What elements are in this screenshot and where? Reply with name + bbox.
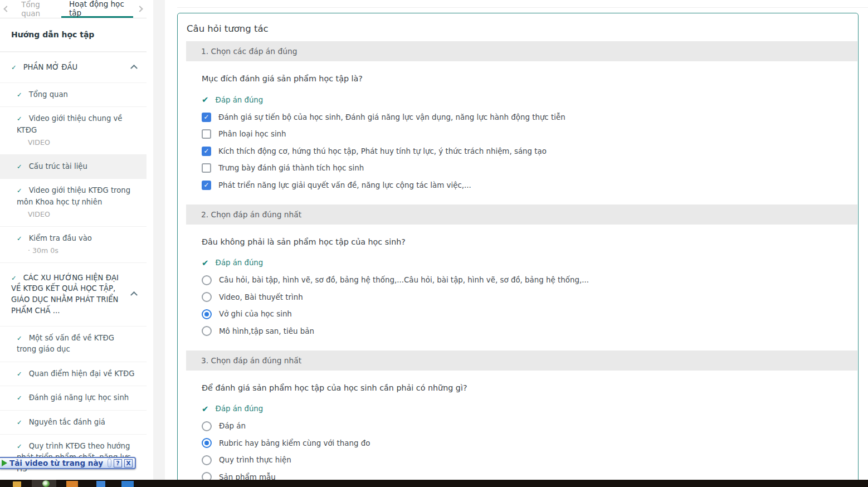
taskbar: [0, 480, 868, 487]
checkbox[interactable]: [202, 147, 211, 156]
correct-answer-row: Đáp án đúng: [202, 258, 836, 268]
correct-check-icon: [202, 404, 209, 414]
option-row: Phát triển năng lực giải quyết vấn đề, n…: [202, 177, 836, 194]
checkbox[interactable]: [202, 113, 211, 122]
collapse-chevron-icon[interactable]: [130, 65, 138, 72]
option-label: Phát triển năng lực giải quyết vấn đề, n…: [218, 181, 471, 189]
sidebar-item-mot-so-van-de[interactable]: Một số vấn đề về KTĐG trong giáo dục: [0, 326, 147, 362]
option-row: Trưng bày đánh giá thành tích học sinh: [202, 160, 836, 177]
option-row: Đáp án: [202, 418, 836, 435]
correct-answer-label: Đáp án đúng: [216, 259, 264, 267]
option-row: Phân loại học sinh: [202, 126, 836, 143]
radio-button[interactable]: [202, 438, 212, 448]
checkbox[interactable]: [202, 163, 211, 173]
tabs-next-button[interactable]: [133, 0, 147, 18]
sidebar-scrollbar[interactable]: [153, 0, 165, 480]
sidebar-item-quan-diem-hien-dai[interactable]: Quan điểm hiện đại về KTĐG: [0, 362, 147, 386]
check-icon: [17, 114, 22, 124]
taskbar-app-icon[interactable]: [96, 481, 105, 487]
item-label: Kiểm tra đầu vào: [29, 234, 92, 242]
item-label: Cấu trúc tài liệu: [29, 162, 87, 171]
popup-help-button[interactable]: ?: [114, 459, 122, 467]
question-1-header: 1. Chọn các đáp án đúng: [186, 41, 857, 61]
popup-close-button[interactable]: X: [124, 459, 133, 467]
checkbox[interactable]: [202, 181, 211, 190]
option-label: Đáp án: [219, 422, 246, 430]
download-video-button[interactable]: Tải video từ trang này: [9, 459, 105, 467]
tab-overview[interactable]: Tổng quan: [13, 0, 61, 18]
check-icon: [17, 90, 22, 100]
option-label: Trưng bày đánh giá thành tích học sinh: [218, 164, 364, 172]
check-icon: [17, 418, 22, 428]
panel-title: Câu hỏi tương tác: [187, 23, 858, 34]
checkbox[interactable]: [202, 129, 211, 139]
radio-button[interactable]: [202, 421, 212, 431]
download-video-popup: Tải video từ trang này ? X: [0, 457, 136, 469]
option-label: Đánh giá sự tiến bộ của học sinh, Đánh g…: [218, 113, 565, 121]
tab-activities[interactable]: Hoạt động học tập: [61, 0, 133, 18]
option-label: Quy trình thực hiện: [219, 456, 291, 464]
option-label: Video, Bài thuyết trình: [219, 293, 303, 301]
check-icon: [17, 442, 22, 452]
radio-button[interactable]: [202, 275, 212, 285]
question-3-options: Đáp án Rubric hay bảng kiểm cùng với tha…: [202, 418, 836, 486]
check-icon: [17, 393, 22, 403]
sidebar-item-kiem-tra-dau-vao[interactable]: Kiểm tra đầu vào · 30m 0s: [0, 226, 147, 262]
question-2-text: Đâu không phải là sản phẩm học tập của h…: [202, 237, 836, 246]
check-icon: [17, 369, 22, 379]
question-1-text: Mục đích đánh giá sản phẩm học tập là?: [202, 74, 836, 83]
content-divider: [177, 7, 868, 8]
sidebar-title: Hướng dẫn học tập: [0, 18, 147, 52]
question-2-header: 2. Chọn đáp án đúng nhất: [186, 204, 857, 225]
correct-check-icon: [202, 95, 209, 105]
correct-answer-row: Đáp án đúng: [202, 404, 836, 414]
download-arrow-icon: [2, 460, 7, 466]
taskbar-app-icon[interactable]: [42, 480, 50, 487]
radio-button[interactable]: [202, 292, 212, 302]
option-row: Vở ghi của học sinh: [202, 306, 836, 323]
tabs-prev-button[interactable]: [0, 0, 13, 18]
chevron-left-icon: [3, 6, 9, 12]
radio-button[interactable]: [202, 309, 212, 319]
popup-handle: [108, 459, 111, 467]
option-label: Kích thích động cơ, hứng thú học tập, Ph…: [218, 147, 547, 155]
sidebar-section-intro[interactable]: PHẦN MỞ ĐẦU: [0, 52, 147, 82]
option-row: Câu hỏi, bài tập, hình vẽ, sơ đồ, bảng h…: [202, 272, 836, 289]
item-duration: · 30m 0s: [28, 245, 135, 256]
item-label: Đánh giá năng lực học sinh: [29, 393, 129, 402]
question-1-body: Mục đích đánh giá sản phẩm học tập là? Đ…: [178, 74, 858, 194]
radio-button[interactable]: [202, 455, 212, 465]
sidebar-item-tong-quan[interactable]: Tổng quan: [0, 82, 147, 106]
option-row: Mô hình,tập san, tiêu bản: [202, 323, 836, 340]
sidebar-item-cau-truc-tai-lieu[interactable]: Cấu trúc tài liệu: [0, 154, 147, 178]
question-2-options: Câu hỏi, bài tập, hình vẽ, sơ đồ, bảng h…: [202, 272, 836, 340]
item-label: Video giới thiệu chung về KTĐG: [17, 114, 122, 134]
option-label: Mô hình,tập san, tiêu bản: [219, 327, 314, 335]
sidebar-item-video-gioi-thieu-chung[interactable]: Video giới thiệu chung về KTĐG VIDEO: [0, 106, 147, 154]
question-3-text: Để đánh giá sản phẩm học tập của học sin…: [202, 383, 836, 392]
taskbar-folder-icon[interactable]: [13, 481, 21, 487]
check-icon: [17, 234, 22, 244]
app-window: Tổng quan Hoạt động học tập Hướng dẫn họ…: [0, 0, 868, 487]
sidebar-item-video-ktdg-khtn[interactable]: Video giới thiệu KTĐG trong môn Khoa học…: [0, 178, 147, 226]
chevron-right-icon: [136, 6, 143, 12]
sidebar-item-nguyen-tac-danh-gia[interactable]: Nguyên tắc đánh giá: [0, 410, 147, 434]
option-label: Câu hỏi, bài tập, hình vẽ, sơ đồ, bảng h…: [219, 276, 589, 284]
item-subtitle: VIDEO: [28, 209, 135, 220]
sidebar-section-xu-huong[interactable]: CÁC XU HƯỚNG HIỆN ĐẠI VỀ KTĐG KẾT QUẢ HỌ…: [0, 262, 147, 326]
correct-answer-label: Đáp án đúng: [216, 96, 264, 104]
correct-answer-row: Đáp án đúng: [202, 95, 836, 105]
option-row: Kích thích động cơ, hứng thú học tập, Ph…: [202, 143, 836, 160]
sidebar-item-danh-gia-nang-luc[interactable]: Đánh giá năng lực học sinh: [0, 386, 147, 410]
check-icon: [17, 186, 22, 196]
check-icon: [11, 63, 17, 72]
taskbar-app-icon[interactable]: [121, 481, 134, 487]
collapse-chevron-icon[interactable]: [130, 291, 138, 299]
taskbar-powerpoint-icon[interactable]: [66, 481, 78, 487]
item-subtitle: VIDEO: [28, 137, 135, 148]
option-row: Video, Bài thuyết trình: [202, 289, 836, 306]
correct-check-icon: [202, 258, 209, 268]
check-icon: [17, 162, 22, 172]
radio-button[interactable]: [202, 326, 212, 336]
item-label: Video giới thiệu KTĐG trong môn Khoa học…: [17, 186, 130, 206]
